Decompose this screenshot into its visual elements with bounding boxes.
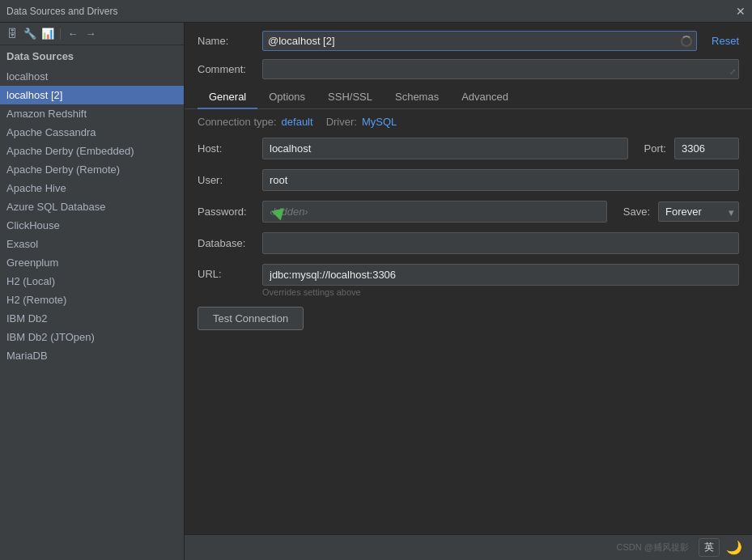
user-label: User:	[198, 174, 254, 186]
host-label: Host:	[198, 142, 254, 155]
right-panel: Name: Reset Comment: ⤢ General Options S…	[185, 23, 752, 560]
name-input-wrap	[262, 31, 697, 51]
driver-value[interactable]: MySQL	[362, 116, 397, 128]
main-layout: 🗄 🔧 📊 ← → Data Sources localhost localho…	[0, 23, 752, 560]
sidebar-item-apache-derby-embedded[interactable]: Apache Derby (Embedded)	[0, 142, 184, 160]
tab-schemas[interactable]: Schemas	[384, 86, 450, 109]
comment-input[interactable]	[262, 59, 739, 79]
password-row: Password: Save: Forever Until restart Ne…	[198, 201, 739, 223]
db-icon[interactable]: 🗄	[5, 27, 19, 41]
sidebar-item-exasol[interactable]: Exasol	[0, 235, 184, 253]
url-note: Overrides settings above	[262, 287, 739, 297]
url-label: URL:	[198, 264, 254, 280]
password-input[interactable]	[262, 201, 607, 223]
expand-icon[interactable]: ⤢	[729, 67, 736, 76]
tab-ssh-ssl[interactable]: SSH/SSL	[317, 86, 384, 109]
host-port-row: Host: Port:	[198, 138, 739, 159]
tab-options[interactable]: Options	[257, 86, 317, 109]
reset-button[interactable]: Reset	[712, 35, 739, 47]
wrench-icon[interactable]: 🔧	[23, 27, 37, 41]
database-row: Database:	[198, 232, 739, 254]
password-input-wrap	[262, 201, 607, 223]
save-select[interactable]: Forever Until restart Never	[658, 202, 739, 222]
tabs-row: General Options SSH/SSL Schemas Advanced	[185, 86, 752, 109]
sidebar-item-amazon-redshift[interactable]: Amazon Redshift	[0, 104, 184, 123]
comment-label: Comment:	[198, 63, 254, 75]
url-row: URL: Overrides settings above	[198, 264, 739, 297]
url-input-wrap: Overrides settings above	[262, 264, 739, 297]
close-button[interactable]: ✕	[736, 5, 746, 18]
driver-label: Driver:	[326, 116, 357, 128]
conn-type-row: Connection type: default Driver: MySQL	[185, 109, 752, 133]
user-input[interactable]	[262, 169, 739, 191]
port-label: Port:	[644, 142, 666, 155]
tab-general[interactable]: General	[198, 86, 257, 109]
sidebar-item-h2-local[interactable]: H2 (Local)	[0, 272, 184, 291]
sidebar-section-title: Data Sources	[0, 45, 184, 66]
database-input[interactable]	[262, 232, 739, 254]
sidebar-item-ibm-db2[interactable]: IBM Db2	[0, 309, 184, 328]
chart-icon[interactable]: 📊	[40, 27, 55, 41]
tab-advanced[interactable]: Advanced	[450, 86, 520, 109]
sidebar-item-ibm-db2-jtopen[interactable]: IBM Db2 (JTOpen)	[0, 328, 184, 346]
sidebar-item-apache-hive[interactable]: Apache Hive	[0, 179, 184, 197]
sidebar-list: localhost localhost [2] Amazon Redshift …	[0, 66, 184, 560]
host-input[interactable]	[262, 138, 628, 159]
conn-type-value[interactable]: default	[282, 116, 313, 128]
sidebar-item-azure-sql[interactable]: Azure SQL Database	[0, 197, 184, 216]
toolbar-separator	[60, 28, 61, 40]
form-area: Host: Port: User: Password: Save:	[185, 133, 752, 534]
password-label: Password:	[198, 206, 254, 218]
sidebar-item-greenplum[interactable]: Greenplum	[0, 253, 184, 272]
user-row: User:	[198, 169, 739, 191]
window-title: Data Sources and Drivers	[6, 6, 117, 17]
sidebar-item-localhost-2[interactable]: localhost [2]	[0, 86, 184, 104]
sidebar-item-localhost[interactable]: localhost	[0, 67, 184, 86]
csdn-watermark: CSDN @捕风捉影	[617, 541, 689, 554]
save-label: Save:	[623, 206, 650, 218]
sidebar-item-clickhouse[interactable]: ClickHouse	[0, 216, 184, 235]
title-bar: Data Sources and Drivers ✕	[0, 0, 752, 23]
language-button[interactable]: 英	[699, 538, 720, 557]
loading-spinner	[681, 36, 692, 47]
moon-icon[interactable]: 🌙	[726, 540, 742, 555]
sidebar-item-h2-remote[interactable]: H2 (Remote)	[0, 291, 184, 309]
name-label: Name:	[198, 35, 254, 47]
sidebar: 🗄 🔧 📊 ← → Data Sources localhost localho…	[0, 23, 185, 560]
port-input[interactable]	[674, 138, 739, 159]
comment-input-wrap: ⤢	[262, 59, 739, 79]
conn-type-label: Connection type:	[198, 116, 277, 128]
bottom-bar: CSDN @捕风捉影 英 🌙	[185, 534, 752, 560]
name-input[interactable]	[262, 31, 697, 51]
sidebar-item-apache-cassandra[interactable]: Apache Cassandra	[0, 123, 184, 142]
nav-forward-icon[interactable]: →	[83, 27, 98, 41]
name-row: Name: Reset	[185, 23, 752, 56]
comment-row: Comment: ⤢	[185, 56, 752, 86]
database-label: Database:	[198, 237, 254, 249]
sidebar-item-mariadb[interactable]: MariaDB	[0, 346, 184, 365]
sidebar-toolbar: 🗄 🔧 📊 ← →	[0, 23, 184, 45]
url-input[interactable]	[262, 264, 739, 286]
nav-back-icon[interactable]: ←	[66, 27, 80, 41]
sidebar-item-apache-derby-remote[interactable]: Apache Derby (Remote)	[0, 160, 184, 179]
save-select-wrap: Forever Until restart Never	[658, 202, 739, 222]
test-connection-button[interactable]: Test Connection	[198, 307, 304, 330]
